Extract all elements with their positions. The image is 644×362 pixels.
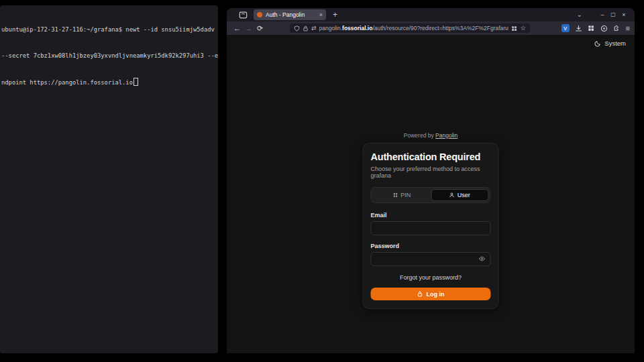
downloads-icon[interactable] [575,25,582,32]
theme-toggle-label: System [604,40,626,47]
navigation-toolbar: ← → ⟳ ⇄ pangolin.fossorial.io/auth/resou… [227,21,635,35]
url-bar[interactable]: ⇄ pangolin.fossorial.io/auth/resource/90… [290,23,530,33]
firefox-view-icon[interactable] [239,11,248,19]
card-title: Authentication Required [371,152,491,162]
email-field[interactable] [371,221,491,235]
terminal-line: ubuntu@ip-172-31-27-116:~/grafana$ newt … [1,25,217,34]
card-subtitle: Choose your preferred method to access g… [371,166,491,179]
extensions-puzzle-icon[interactable] [613,25,621,32]
powered-by-text: Powered by [404,132,434,139]
window-minimize-button[interactable]: – [597,12,608,18]
vimium-extension-icon[interactable]: V [561,24,570,32]
tab-user[interactable]: User [431,189,489,201]
email-label: Email [371,212,491,219]
tab-close-icon[interactable]: × [319,12,323,18]
window-maximize-button[interactable]: ▢ [608,12,619,17]
container-arrows-icon[interactable]: ⇄ [311,25,317,32]
tab-pin-label: PIN [400,192,411,198]
tab-pin[interactable]: PIN [373,189,431,201]
theme-toggle[interactable]: System [594,40,626,47]
auth-card: Authentication Required Choose your pref… [363,143,499,309]
toolbar-extensions-area: V [561,24,630,32]
shield-icon[interactable] [294,25,300,32]
pangolin-favicon-icon [257,12,262,17]
user-icon [449,192,455,198]
tab-title: Auth - Pangolin [266,11,316,18]
lock-icon[interactable] [303,25,309,32]
terminal-line-text: ndpoint https://pangolin.fossorial.io [1,79,133,86]
list-all-tabs-chevron-icon[interactable]: ⌄ [577,13,582,17]
extension-grid-icon[interactable] [588,25,595,32]
menu-icon[interactable]: ≡ [626,25,630,32]
page-content: System Powered by Pangolin Authenticatio… [227,35,635,353]
window-close-button[interactable]: × [619,12,629,18]
show-password-eye-icon[interactable] [479,255,486,262]
url-prefix: pangolin. [319,25,343,32]
tab-user-label: User [458,192,470,198]
browser-window: Auth - Pangolin × + ⌄ – ▢ × ← → ⟳ [227,8,635,353]
forward-button[interactable]: → [243,25,254,32]
bookmark-star-icon[interactable]: ☆ [520,25,526,32]
terminal-window[interactable]: ubuntu@ip-172-31-27-116:~/grafana$ newt … [0,5,218,353]
tab-auth-pangolin[interactable]: Auth - Pangolin × [254,9,326,20]
new-tab-button[interactable]: + [333,11,337,19]
login-button[interactable]: Log in [371,288,491,300]
tab-bar: Auth - Pangolin × + ⌄ – ▢ × [227,8,635,21]
auth-method-tabs: PIN User [371,187,491,203]
password-label: Password [371,243,491,249]
reload-button[interactable]: ⟳ [254,25,266,32]
terminal-line: --secret 7cbz1xw08lh1jbzey03yxvndljvneam… [1,52,217,60]
login-lock-icon [417,291,423,297]
back-button[interactable]: ← [231,25,243,32]
password-field[interactable] [371,252,491,266]
pangolin-link[interactable]: Pangolin [435,132,458,139]
keypad-icon [392,192,398,198]
terminal-line: ndpoint https://pangolin.fossorial.io [1,78,217,86]
powered-by: Powered by Pangolin [363,132,499,139]
url-text[interactable]: pangolin.fossorial.io/auth/resource/90?r… [319,25,509,32]
terminal-cursor [133,78,138,86]
forgot-password-link[interactable]: Forgot your password? [371,274,491,281]
desktop: ubuntu@ip-172-31-27-116:~/grafana$ newt … [0,0,644,362]
url-domain: fossorial.io [342,25,372,32]
moon-icon [594,40,601,47]
adblock-circle-icon[interactable] [600,25,608,32]
grid-page-action-icon[interactable] [511,25,517,32]
login-button-label: Log in [427,291,445,298]
url-path: /auth/resource/90?redirect=https%3A%2F%2… [372,25,508,32]
auth-section: Powered by Pangolin Authentication Requi… [363,132,499,309]
